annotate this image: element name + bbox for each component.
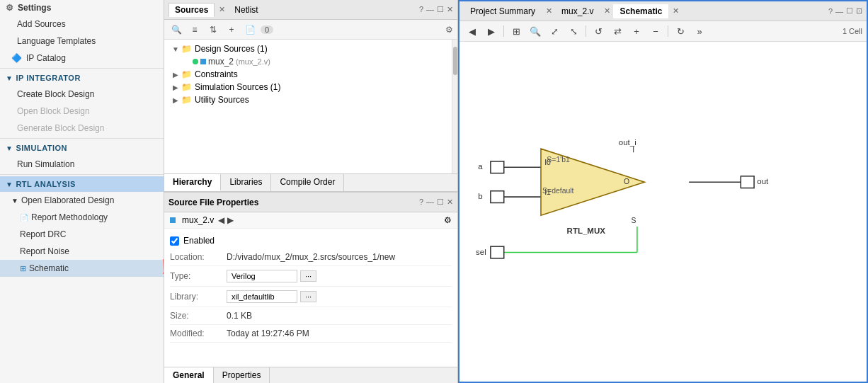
sch-zoom-fit-btn[interactable]: ⊞ [508,23,525,39]
libraries-tab[interactable]: Libraries [221,174,271,191]
sch-maximize-icon[interactable]: ☐ [846,6,853,16]
sources-tab-close[interactable]: ✕ [219,5,225,14]
sch-flip-btn[interactable]: ⇄ [609,23,626,39]
library-label: Library: [170,292,227,302]
sidebar-item-add-sources[interactable]: Add Sources [0,16,164,33]
settings-header[interactable]: ⚙ Settings [0,0,164,16]
utility-expand[interactable]: ▶ [170,96,181,104]
sch-sep-2 [586,25,586,37]
enabled-label: Enabled [183,236,215,246]
file-btn[interactable]: 📄 [242,23,258,37]
close-icon[interactable]: ✕ [447,5,453,14]
help-icon[interactable]: ? [419,5,423,14]
mux2v-tab[interactable]: mux_2.v [555,4,600,18]
props-maximize-icon[interactable]: ☐ [437,198,444,207]
properties-tab[interactable]: Properties [214,367,270,383]
sources-panel: Sources ✕ Netlist ? — ☐ ✕ 🔍 ≡ ⇅ + 📄 0 ⚙ [164,0,458,383]
enabled-checkbox[interactable] [170,236,179,246]
search-btn[interactable]: 🔍 [169,23,184,37]
type-btn[interactable]: ··· [300,270,316,282]
constraints-item[interactable]: ▶ 📁 Constraints [164,68,452,81]
status-dot-green [193,59,198,64]
design-sources-item[interactable]: ▼ 📁 Design Sources (1) [164,42,452,55]
sources-tabs-row: Hierarchy Libraries Compile Order [164,173,457,192]
sources-tab[interactable]: Sources [169,3,215,17]
mux-file-item[interactable]: mux_2 (mux_2.v) [164,55,452,68]
modified-value: Today at 19:27:46 PM [227,328,452,338]
type-input[interactable] [227,270,297,282]
sidebar-item-language-templates[interactable]: Language Templates [0,33,164,50]
props-file-name: mux_2.v [182,215,214,225]
props-help-icon[interactable]: ? [419,198,423,207]
schematic-canvas[interactable]: out_i I0 I1 O S S=1'b1 S=default [459,42,867,382]
hierarchy-tab[interactable]: Hierarchy [164,174,221,191]
sidebar-item-report-drc[interactable]: Report DRC [0,226,164,243]
mux-expand[interactable] [181,58,193,66]
library-btn[interactable]: ··· [300,291,316,302]
sidebar-item-schematic[interactable]: ⊞ Schematic [0,260,164,277]
general-tab[interactable]: General [164,367,214,383]
sch-rotate-btn[interactable]: ↺ [590,23,607,39]
project-summary-tab[interactable]: Project Summary [464,4,542,18]
props-forward-icon[interactable]: ▶ [227,215,234,225]
port-out-box [741,176,754,188]
sources-scrollbar[interactable] [452,40,457,173]
sidebar-item-run-simulation[interactable]: Run Simulation [0,156,164,173]
sch-add-btn[interactable]: + [628,23,645,39]
sch-float-icon[interactable]: ⊡ [856,6,862,16]
utility-folder-icon: 📁 [181,95,192,105]
port-b-label: b [478,192,482,200]
toolbar-gear-icon[interactable]: ⚙ [445,25,453,35]
ip-catalog-icon: 🔷 [11,53,22,63]
utility-sources-item[interactable]: ▶ 📁 Utility Sources [164,93,452,106]
sch-expand-btn[interactable]: ⤢ [546,23,563,39]
sort-btn[interactable]: ⇅ [205,23,221,37]
sidebar-item-ip-catalog[interactable]: 🔷 IP Catalog [0,50,164,67]
sidebar-item-generate-block-design: Generate Block Design [0,120,164,137]
props-back-icon[interactable]: ◀ [218,215,224,225]
sources-scroll-thumb[interactable] [453,47,457,75]
rtl-analysis-header[interactable]: ▼ RTL ANALYSIS [0,176,164,192]
design-sources-expand[interactable]: ▼ [170,45,181,53]
constraints-expand[interactable]: ▶ [170,71,181,79]
mux2v-close[interactable]: ✕ [604,6,610,16]
sch-select-btn[interactable]: ⤡ [565,23,582,39]
location-label: Location: [170,252,227,262]
ip-integrator-header[interactable]: ▼ IP INTEGRATOR [0,70,164,86]
enabled-row: Enabled [170,233,452,248]
sch-forward-btn[interactable]: ▶ [483,23,500,39]
file-type-dot [200,59,206,64]
sources-tree[interactable]: ▼ 📁 Design Sources (1) mux_2 (mux_2.v) [164,40,452,173]
sch-zoom-in-btn[interactable]: 🔍 [527,23,544,39]
simulation-arrow: ▼ [6,144,13,152]
sch-back-btn[interactable]: ◀ [464,23,481,39]
library-input[interactable] [227,290,297,303]
schematic-close[interactable]: ✕ [673,6,679,16]
props-close-icon[interactable]: ✕ [447,198,453,207]
simulation-header[interactable]: ▼ SIMULATION [0,140,164,156]
props-gear-icon[interactable]: ⚙ [444,215,452,225]
schematic-tab[interactable]: Schematic [613,4,668,18]
netlist-tab[interactable]: Netlist [228,3,264,17]
sch-refresh-btn[interactable]: ↻ [672,23,689,39]
minimize-icon[interactable]: — [426,5,434,14]
cell-count-label: 1 Cell [843,27,862,35]
simulation-sources-item[interactable]: ▶ 📁 Simulation Sources (1) [164,81,452,93]
project-summary-close[interactable]: ✕ [546,6,552,16]
sidebar-item-report-noise[interactable]: Report Noise [0,243,164,260]
filter-btn[interactable]: ≡ [187,23,202,37]
compile-order-tab[interactable]: Compile Order [271,174,344,191]
sources-toolbar: 🔍 ≡ ⇅ + 📄 0 ⚙ [164,20,457,40]
maximize-icon[interactable]: ☐ [437,5,444,14]
add-btn[interactable]: + [224,23,239,37]
sidebar-item-create-block-design[interactable]: Create Block Design [0,86,164,103]
sch-expand-all-btn[interactable]: » [691,23,708,39]
sidebar-item-report-methodology[interactable]: 📄 Report Methodology [0,209,164,226]
sch-minus-btn[interactable]: − [647,23,664,39]
sidebar-item-open-elaborated-design[interactable]: ▼ Open Elaborated Design [0,192,164,209]
props-header: Source File Properties ? — ☐ ✕ [164,193,457,212]
sch-minimize-icon[interactable]: — [835,7,843,16]
simulation-expand[interactable]: ▶ [170,84,181,91]
props-minimize-icon[interactable]: — [426,198,434,207]
sch-help-icon[interactable]: ? [828,7,833,16]
